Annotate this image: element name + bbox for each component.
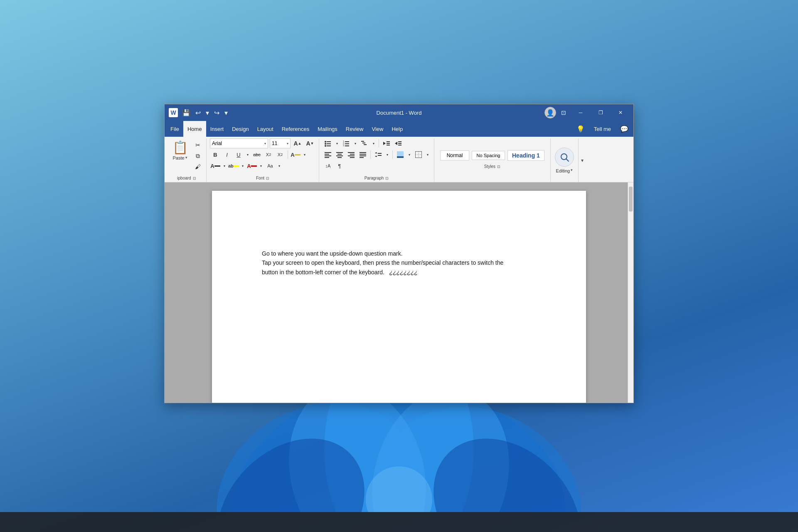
style-normal[interactable]: Normal (440, 150, 469, 160)
highlight-button[interactable]: A (290, 150, 301, 160)
copy-button[interactable]: ⧉ (192, 151, 204, 161)
grow-font-button[interactable]: A▲ (292, 138, 303, 148)
subscript-button[interactable]: X2 (263, 150, 274, 160)
paragraph-row2: ▾ ▾ ▾ (323, 150, 431, 160)
restore-button[interactable]: ❐ (591, 106, 610, 119)
font-color-arrow[interactable]: ▾ (222, 161, 227, 171)
undo-button[interactable]: ↩ (194, 108, 202, 118)
superscript-button[interactable]: X2 (275, 150, 286, 160)
menu-review[interactable]: Review (342, 121, 368, 137)
line-spacing-arrow[interactable]: ▾ (384, 150, 390, 160)
shading-arrow[interactable]: ▾ (406, 150, 412, 160)
menu-design[interactable]: Design (228, 121, 253, 137)
comments-button[interactable]: 💬 (617, 123, 632, 135)
undo-dropdown[interactable]: ▾ (204, 108, 211, 118)
styles-row: Normal No Spacing Heading 1 (440, 150, 544, 161)
italic-button[interactable]: I (222, 150, 232, 160)
svg-line-58 (566, 159, 569, 161)
borders-button[interactable] (413, 150, 424, 160)
multilevel-arrow[interactable]: ▾ (371, 138, 377, 148)
editing-section[interactable]: Editing ▾ (551, 138, 578, 182)
bold-button[interactable]: B (210, 150, 221, 160)
clipboard-small-buttons: ✂ ⧉ 🖌 (192, 138, 204, 172)
style-no-spacing[interactable]: No Spacing (472, 151, 505, 160)
style-heading1[interactable]: Heading 1 (507, 150, 544, 161)
menu-file[interactable]: File (166, 121, 183, 137)
justify-button[interactable] (357, 150, 368, 160)
sort-button[interactable]: ↕A (323, 161, 333, 171)
align-center-button[interactable] (334, 150, 345, 160)
paste-icon: 📋 (172, 140, 188, 155)
text-color-arrow[interactable]: ▾ (258, 161, 264, 171)
line-spacing-button[interactable] (373, 150, 384, 160)
align-left-button[interactable] (323, 150, 333, 160)
case-button[interactable]: Aa (265, 161, 276, 171)
svg-point-9 (325, 141, 326, 143)
ideas-button[interactable]: 💡 (573, 123, 588, 135)
paste-button[interactable]: 📋 Paste ▾ (170, 138, 190, 162)
paragraph-expand[interactable]: ⊡ (385, 176, 389, 180)
font-color-button[interactable]: A (210, 161, 221, 171)
editing-arrow[interactable]: ▾ (571, 168, 573, 172)
svg-rect-22 (362, 143, 365, 143)
paste-dropdown-arrow[interactable]: ▾ (185, 155, 187, 160)
save-button[interactable]: 💾 (180, 108, 192, 118)
align-right-button[interactable] (346, 150, 357, 160)
svg-rect-40 (348, 152, 355, 153)
numbering-button[interactable]: 1.2.3. (341, 138, 352, 148)
ribbon-scroll-button[interactable]: ▾ (578, 138, 586, 182)
styles-expand[interactable]: ⊡ (497, 165, 500, 169)
format-painter-button[interactable]: 🖌 (192, 162, 204, 172)
text-highlight-button[interactable]: ab (228, 161, 239, 171)
svg-rect-36 (336, 152, 343, 153)
decrease-indent-button[interactable] (381, 138, 392, 148)
strikethrough-button[interactable]: abc (251, 150, 262, 160)
svg-rect-16 (345, 141, 349, 142)
menu-mailings[interactable]: Mailings (313, 121, 342, 137)
minimize-button[interactable]: ─ (571, 106, 590, 119)
cut-button[interactable]: ✂ (192, 140, 204, 150)
shrink-font-button[interactable]: A▼ (305, 138, 315, 148)
svg-rect-44 (360, 152, 366, 153)
font-expand[interactable]: ⊡ (266, 176, 269, 180)
scrollbar-thumb[interactable] (629, 187, 633, 212)
close-button[interactable]: ✕ (611, 106, 630, 119)
highlight-arrow[interactable]: ▾ (302, 150, 308, 160)
window-title: Document1 - Word (377, 110, 422, 116)
bullets-button[interactable] (323, 138, 333, 148)
svg-rect-25 (387, 141, 390, 142)
underline-button[interactable]: U (233, 150, 244, 160)
redo-button[interactable]: ↪ (212, 108, 221, 118)
multilevel-button[interactable] (359, 138, 370, 148)
document-page[interactable]: Go to where you want the upside-down que… (212, 191, 586, 403)
font-size-arrow: ▾ (287, 142, 288, 145)
borders-arrow[interactable]: ▾ (425, 150, 431, 160)
shading-button[interactable] (395, 150, 406, 160)
font-size-selector[interactable]: 11 ▾ (270, 138, 291, 148)
svg-rect-50 (378, 153, 382, 154)
numbering-arrow[interactable]: ▾ (352, 138, 358, 148)
font-face-selector[interactable]: Arial ▾ (210, 138, 268, 148)
increase-indent-button[interactable] (393, 138, 404, 148)
case-arrow[interactable]: ▾ (276, 161, 282, 171)
svg-marker-49 (375, 156, 377, 157)
menu-layout[interactable]: Layout (253, 121, 278, 137)
menu-view[interactable]: View (367, 121, 387, 137)
show-marks-button[interactable]: ¶ (334, 161, 345, 171)
layout-button[interactable]: ⊡ (557, 107, 570, 118)
menu-help[interactable]: Help (387, 121, 407, 137)
underline-arrow[interactable]: ▾ (245, 150, 251, 160)
tell-me-button[interactable]: Tell me (590, 126, 615, 132)
text-highlight-arrow[interactable]: ▾ (240, 161, 246, 171)
menu-home[interactable]: Home (183, 121, 206, 137)
clipboard-group: 📋 Paste ▾ ✂ ⧉ 🖌 ipboard ⊡ (166, 138, 207, 182)
bullets-arrow[interactable]: ▾ (334, 138, 340, 148)
text-color-button[interactable]: A (246, 161, 257, 171)
customize-quick-access[interactable]: ▾ (223, 108, 229, 118)
menu-insert[interactable]: Insert (206, 121, 228, 137)
menu-references[interactable]: References (278, 121, 313, 137)
svg-rect-52 (397, 151, 404, 156)
user-avatar[interactable]: 👤 (544, 107, 556, 118)
editing-label-row: Editing ▾ (556, 167, 573, 173)
clipboard-expand[interactable]: ⊡ (193, 176, 196, 180)
